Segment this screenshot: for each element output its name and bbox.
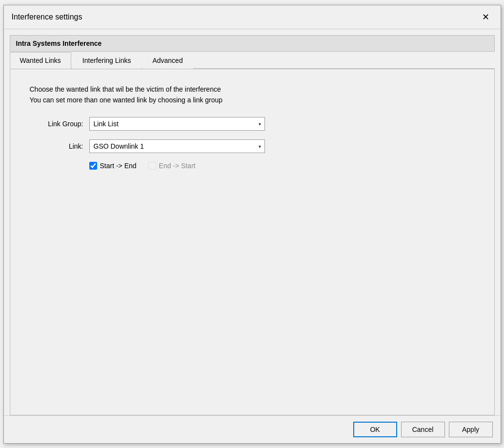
description-line1: Choose the wanted link that wil be the v…: [30, 84, 475, 95]
tab-wanted-links[interactable]: Wanted Links: [10, 52, 71, 69]
tab-advanced[interactable]: Advanced: [142, 52, 193, 69]
title-bar: Interference settings ✕: [4, 5, 501, 29]
close-button[interactable]: ✕: [479, 10, 493, 24]
end-start-label[interactable]: End -> Start: [159, 162, 196, 170]
start-end-checkbox[interactable]: [89, 162, 97, 170]
link-group-label: Link Group:: [30, 120, 83, 128]
link-row: Link: GSO Downlink 1 GSO Downlink 2 GSO …: [30, 139, 475, 153]
dialog-title: Interference settings: [12, 13, 82, 21]
link-group-select[interactable]: Link List All Links Custom Group: [89, 117, 265, 131]
cancel-button[interactable]: Cancel: [401, 422, 445, 437]
link-group-row: Link Group: Link List All Links Custom G…: [30, 117, 475, 131]
tabs-container: Wanted Links Interfering Links Advanced: [10, 52, 495, 69]
link-select[interactable]: GSO Downlink 1 GSO Downlink 2 GSO Uplink…: [89, 139, 265, 153]
direction-checkboxes: Start -> End End -> Start: [89, 162, 475, 170]
end-start-checkbox-item[interactable]: End -> Start: [148, 162, 196, 170]
link-group-select-wrapper: Link List All Links Custom Group ▾: [89, 117, 265, 131]
footer: OK Cancel Apply: [4, 415, 501, 443]
link-select-wrapper: GSO Downlink 1 GSO Downlink 2 GSO Uplink…: [89, 139, 265, 153]
start-end-label[interactable]: Start -> End: [100, 162, 137, 170]
end-start-checkbox[interactable]: [148, 162, 156, 170]
description-block: Choose the wanted link that wil be the v…: [30, 84, 475, 106]
start-end-checkbox-item[interactable]: Start -> End: [89, 162, 137, 170]
content-area: Choose the wanted link that wil be the v…: [10, 69, 495, 415]
section-header: Intra Systems Interference: [10, 35, 495, 52]
link-label: Link:: [30, 142, 83, 150]
description-line2: You can set more than one wanted link by…: [30, 95, 475, 105]
interference-settings-dialog: Interference settings ✕ Intra Systems In…: [3, 5, 501, 444]
tab-interfering-links[interactable]: Interfering Links: [72, 52, 141, 69]
apply-button[interactable]: Apply: [449, 422, 493, 437]
ok-button[interactable]: OK: [353, 422, 397, 437]
